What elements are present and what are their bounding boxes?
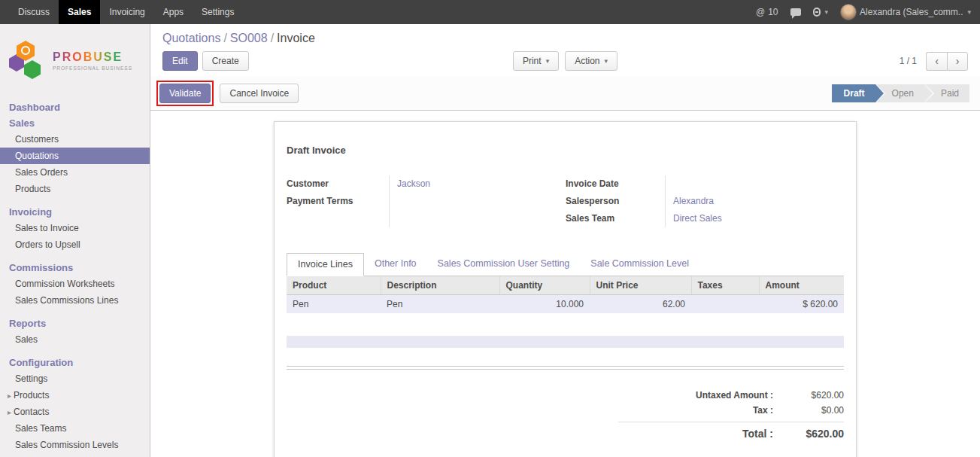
caret-down-icon: ▾	[825, 8, 829, 16]
avatar	[840, 4, 857, 20]
field-labels: Invoice Date Salesperson Sales Team	[566, 175, 665, 227]
print-dropdown[interactable]: Print ▾	[513, 51, 559, 71]
sidebar-heading-commissions[interactable]: Commissions	[0, 260, 150, 276]
invoice-date-value[interactable]	[673, 175, 844, 193]
customer-value[interactable]: Jackson	[397, 175, 550, 193]
column-header-product[interactable]: Product	[287, 276, 381, 295]
breadcrumb-current: Invoice	[277, 32, 315, 44]
chat-button[interactable]	[790, 8, 801, 16]
user-menu[interactable]: Alexandra (Sales_comm.. ▾	[840, 4, 971, 20]
statusbar-row: Validate Cancel Invoice Draft Open Paid	[150, 77, 980, 111]
sidebar-item-dashboard[interactable]: Dashboard	[0, 99, 150, 115]
sales-team-label: Sales Team	[566, 210, 665, 227]
separator-line	[287, 366, 844, 370]
app-logo[interactable]: PROBUSE PROFESSIONAL BUSINESS	[0, 24, 150, 99]
breadcrumb-separator: /	[271, 32, 274, 44]
tax-row: Tax : $0.00	[618, 403, 844, 418]
top-menu-list: Discuss Sales Invoicing Apps Settings	[0, 0, 243, 24]
submenu-arrow-icon: ▸	[8, 391, 11, 400]
sidebar-item-orders-to-upsell[interactable]: Orders to Upsell	[0, 236, 150, 253]
sidebar-item-settings[interactable]: Settings	[0, 370, 150, 387]
caret-down-icon: ▾	[546, 56, 550, 66]
total-label: Total :	[742, 428, 773, 440]
sidebar-item-sales-commissions-lines[interactable]: Sales Commissions Lines	[0, 292, 150, 309]
payment-terms-value[interactable]	[397, 193, 550, 210]
cancel-invoice-button[interactable]: Cancel Invoice	[220, 84, 299, 103]
tab-invoice-lines[interactable]: Invoice Lines	[287, 253, 364, 276]
tab-sales-commission-user-setting[interactable]: Sales Commission User Setting	[427, 253, 581, 276]
sidebar-item-sales-orders[interactable]: Sales Orders	[0, 164, 150, 181]
mentions-counter[interactable]: @ 10	[756, 7, 778, 17]
action-dropdown[interactable]: Action ▾	[565, 51, 617, 71]
total-row: Total : $620.00	[618, 422, 844, 442]
logo-text: PROBUSE PROFESSIONAL BUSINESS	[53, 50, 132, 71]
sales-team-value[interactable]: Direct Sales	[673, 210, 844, 227]
table-row[interactable]: Pen Pen 10.000 62.00 $ 620.00	[287, 295, 844, 314]
top-menu-sales[interactable]: Sales	[59, 0, 100, 24]
sidebar-item-quotations[interactable]: Quotations	[0, 148, 150, 164]
control-panel: Edit Create Print ▾ Action ▾ 1 / 1	[150, 47, 980, 77]
cell-amount[interactable]: $ 620.00	[759, 295, 844, 314]
tab-sale-commission-level[interactable]: Sale Commission Level	[580, 253, 699, 276]
top-navbar: Discuss Sales Invoicing Apps Settings @ …	[0, 0, 980, 24]
cell-product[interactable]: Pen	[287, 295, 381, 314]
sidebar-item-sales-teams[interactable]: Sales Teams	[0, 420, 150, 437]
pager: 1 / 1 ‹ ›	[699, 52, 968, 71]
pager-previous-button[interactable]: ‹	[926, 52, 947, 71]
field-labels: Customer Payment Terms	[287, 175, 389, 227]
validate-highlight-box: Validate	[156, 81, 214, 106]
totals-block: Untaxed Amount : $620.00 Tax : $0.00 Tot…	[618, 388, 844, 442]
probuse-logo-icon	[9, 41, 47, 80]
column-header-quantity[interactable]: Quantity	[499, 276, 590, 295]
top-menu-invoicing[interactable]: Invoicing	[100, 0, 153, 24]
top-menu-discuss[interactable]: Discuss	[9, 0, 59, 24]
sidebar-item-config-contacts[interactable]: ▸Contacts	[0, 404, 150, 420]
column-header-unit-price[interactable]: Unit Price	[590, 276, 691, 295]
cell-unit-price[interactable]: 62.00	[590, 295, 691, 314]
edit-button[interactable]: Edit	[162, 51, 198, 71]
print-label: Print	[523, 56, 542, 66]
sidebar-item-sales-commission-levels[interactable]: Sales Commission Levels	[0, 437, 150, 453]
pager-buttons: ‹ ›	[926, 52, 968, 71]
untaxed-amount-label: Untaxed Amount :	[696, 390, 773, 401]
control-panel-left: Edit Create	[162, 51, 431, 71]
sidebar-item-customers[interactable]: Customers	[0, 131, 150, 148]
table-header-row: Product Description Quantity Unit Price …	[287, 276, 844, 295]
pager-count: 1 / 1	[900, 56, 917, 66]
sidebar-item-reports-sales[interactable]: Sales	[0, 331, 150, 348]
sidebar-heading-configuration[interactable]: Configuration	[0, 355, 150, 370]
action-label: Action	[575, 56, 599, 66]
create-button[interactable]: Create	[202, 51, 249, 71]
sidebar-heading-invoicing[interactable]: Invoicing	[0, 204, 150, 220]
sidebar-heading-reports[interactable]: Reports	[0, 315, 150, 331]
sidebar-item-label: Contacts	[14, 407, 49, 417]
cell-taxes[interactable]	[691, 295, 759, 314]
sidebar-item-commission-worksheets[interactable]: Commission Worksheets	[0, 276, 150, 292]
breadcrumb-quotations[interactable]: Quotations	[162, 32, 220, 44]
pager-next-button[interactable]: ›	[947, 52, 968, 71]
empty-line-strip	[287, 336, 844, 348]
column-header-description[interactable]: Description	[381, 276, 499, 295]
cell-description[interactable]: Pen	[381, 295, 499, 314]
column-header-amount[interactable]: Amount	[759, 276, 844, 295]
top-menu-settings[interactable]: Settings	[193, 0, 243, 24]
chat-icon	[790, 8, 801, 16]
sidebar-item-label: Products	[14, 390, 49, 401]
debug-menu[interactable]: ▾	[813, 8, 829, 17]
field-groups: Customer Payment Terms Jackson Invoice D…	[287, 175, 844, 227]
sidebar-item-config-products[interactable]: ▸Products	[0, 387, 150, 404]
tab-other-info[interactable]: Other Info	[364, 253, 427, 276]
invoice-sheet: Draft Invoice Customer Payment Terms Jac…	[274, 121, 857, 457]
salesperson-value[interactable]: Alexandra	[673, 193, 844, 210]
sidebar-item-products[interactable]: Products	[0, 181, 150, 197]
breadcrumb-so008[interactable]: SO008	[230, 32, 268, 44]
column-header-taxes[interactable]: Taxes	[691, 276, 759, 295]
status-draft[interactable]: Draft	[832, 84, 875, 102]
validate-button[interactable]: Validate	[159, 84, 211, 103]
cell-quantity[interactable]: 10.000	[499, 295, 590, 314]
top-menu-apps[interactable]: Apps	[154, 0, 193, 24]
sidebar-item-sales-to-invoice[interactable]: Sales to Invoice	[0, 220, 150, 236]
sidebar-heading-sales[interactable]: Sales	[0, 115, 150, 131]
submenu-arrow-icon: ▸	[8, 408, 11, 416]
untaxed-amount-value: $620.00	[785, 390, 844, 401]
